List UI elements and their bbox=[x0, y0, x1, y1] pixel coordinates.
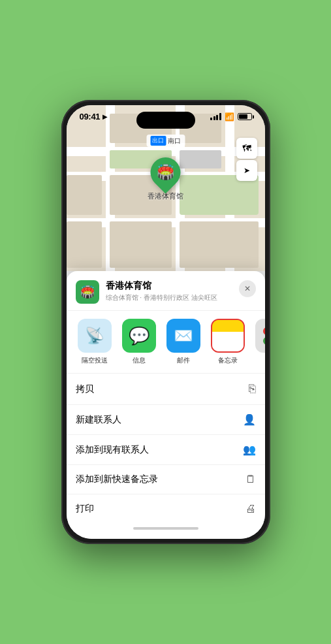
location-label: 出口 南口 bbox=[146, 135, 185, 147]
venue-name: 香港体育馆 bbox=[106, 280, 232, 292]
quick-note-label: 添加到新快速备忘录 bbox=[76, 474, 158, 485]
location-icon: ➤ bbox=[244, 166, 250, 175]
wifi-icon: 📶 bbox=[225, 112, 234, 121]
add-contact-icon: 👥 bbox=[243, 443, 256, 456]
notes-label: 备忘录 bbox=[218, 356, 238, 365]
close-icon: ✕ bbox=[244, 284, 251, 293]
phone-screen: 09:41 ▶ 📶 bbox=[67, 105, 265, 539]
copy-label: 拷贝 bbox=[76, 383, 94, 395]
home-indicator bbox=[67, 523, 265, 532]
action-row-print[interactable]: 打印 🖨 bbox=[67, 494, 265, 523]
airdrop-icon: 📡 bbox=[78, 319, 112, 353]
action-row-add-contact[interactable]: 添加到现有联系人 👥 bbox=[67, 435, 265, 465]
share-item-notes[interactable]: 备忘录 bbox=[209, 319, 247, 365]
new-contact-icon: 👤 bbox=[243, 413, 256, 426]
map-type-icon: 🗺 bbox=[242, 143, 251, 153]
action-row-quick-note[interactable]: 添加到新快速备忘录 🗒 bbox=[67, 465, 265, 494]
battery-icon bbox=[238, 113, 252, 120]
close-button[interactable]: ✕ bbox=[239, 280, 256, 297]
add-contact-label: 添加到现有联系人 bbox=[76, 444, 149, 456]
action-row-new-contact[interactable]: 新建联系人 👤 bbox=[67, 405, 265, 435]
signal-bars-icon bbox=[210, 113, 221, 120]
print-icon: 🖨 bbox=[245, 503, 256, 515]
home-bar bbox=[133, 527, 198, 530]
phone-frame: 09:41 ▶ 📶 bbox=[61, 100, 270, 544]
pin-emoji: 🏟️ bbox=[157, 164, 174, 181]
status-icons: 📶 bbox=[210, 112, 252, 121]
dynamic-island bbox=[136, 112, 195, 129]
label-text: 南口 bbox=[168, 137, 181, 146]
action-row-copy[interactable]: 拷贝 ⎘ bbox=[67, 374, 265, 405]
messages-label: 信息 bbox=[133, 356, 146, 365]
location-button[interactable]: ➤ bbox=[236, 160, 257, 181]
copy-icon: ⎘ bbox=[249, 382, 256, 396]
bottom-sheet: 🏟️ 香港体育馆 综合体育馆 · 香港特别行政区 油尖旺区 ✕ 📡 隔空投送 bbox=[67, 271, 265, 539]
map-type-button[interactable]: 🗺 bbox=[236, 138, 257, 159]
airdrop-label: 隔空投送 bbox=[82, 356, 108, 365]
venue-info: 香港体育馆 综合体育馆 · 香港特别行政区 油尖旺区 bbox=[106, 280, 232, 302]
mail-icon: ✉️ bbox=[166, 319, 200, 353]
new-contact-label: 新建联系人 bbox=[76, 414, 121, 426]
label-prefix: 出口 bbox=[150, 136, 166, 146]
map-controls: 🗺 ➤ bbox=[236, 138, 257, 181]
sheet-header: 🏟️ 香港体育馆 综合体育馆 · 香港特别行政区 油尖旺区 ✕ bbox=[67, 271, 265, 311]
venue-description: 综合体育馆 · 香港特别行政区 油尖旺区 bbox=[106, 293, 232, 302]
map-area[interactable]: 出口 南口 🏟️ 香港体育馆 🗺 ➤ bbox=[67, 105, 265, 271]
share-row: 📡 隔空投送 💬 信息 ✉️ 邮件 bbox=[67, 311, 265, 374]
stadium-pin: 🏟️ 香港体育馆 bbox=[148, 157, 183, 201]
share-item-airdrop[interactable]: 📡 隔空投送 bbox=[76, 319, 114, 365]
navigation-icon: ▶ bbox=[102, 113, 108, 120]
share-item-more[interactable]: 推 bbox=[253, 319, 265, 365]
print-label: 打印 bbox=[76, 503, 94, 515]
notes-icon bbox=[211, 319, 245, 353]
venue-icon: 🏟️ bbox=[76, 280, 99, 304]
status-time: 09:41 bbox=[80, 112, 101, 121]
share-item-mail[interactable]: ✉️ 邮件 bbox=[165, 319, 202, 365]
quick-note-icon: 🗒 bbox=[245, 474, 256, 485]
mail-label: 邮件 bbox=[177, 356, 190, 365]
pin-circle: 🏟️ bbox=[144, 151, 187, 193]
more-icon bbox=[255, 319, 265, 353]
messages-icon: 💬 bbox=[122, 319, 156, 353]
share-item-messages[interactable]: 💬 信息 bbox=[120, 319, 158, 365]
